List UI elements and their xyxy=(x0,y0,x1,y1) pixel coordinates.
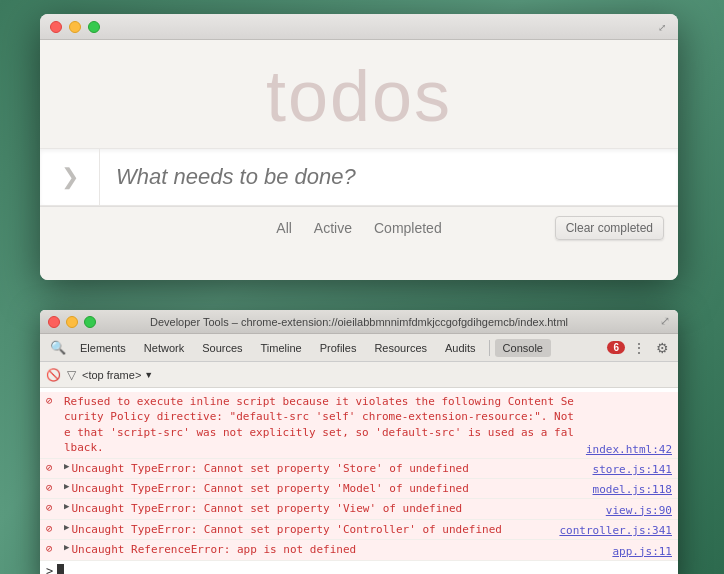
error-icon-4: ⊘ xyxy=(46,522,60,535)
chevron-icon: ❯ xyxy=(61,164,79,190)
console-output: ⊘ Refused to execute inline script becau… xyxy=(40,388,678,574)
more-icon[interactable]: ⋮ xyxy=(629,340,649,356)
console-entry-2: ⊘ ▶ Uncaught TypeError: Cannot set prope… xyxy=(40,479,678,499)
resize-icon[interactable]: ⤢ xyxy=(654,19,670,35)
console-cursor xyxy=(57,564,64,574)
console-entry-1: ⊘ ▶ Uncaught TypeError: Cannot set prope… xyxy=(40,459,678,479)
expand-arrow-5[interactable]: ▶ xyxy=(64,542,69,552)
todos-titlebar: ⤢ xyxy=(40,14,678,40)
devtools-titlebar: Developer Tools – chrome-extension://oie… xyxy=(40,310,678,334)
close-button[interactable] xyxy=(50,21,62,33)
devtools-tabs: 🔍 Elements Network Sources Timeline Prof… xyxy=(40,334,678,362)
todos-input-bar: ❯ xyxy=(40,148,678,206)
console-text-4: Uncaught TypeError: Cannot set property … xyxy=(71,522,551,537)
toolbar-right: 6 ⋮ ⚙ xyxy=(607,340,672,356)
error-count-badge: 6 xyxy=(607,341,625,354)
error-icon-2: ⊘ xyxy=(46,481,60,494)
toggle-all-icon[interactable]: ❯ xyxy=(40,149,100,205)
console-entry-5: ⊘ ▶ Uncaught ReferenceError: app is not … xyxy=(40,540,678,560)
error-icon-0: ⊘ xyxy=(46,394,60,407)
console-input-row: > xyxy=(40,561,678,574)
search-icon[interactable]: 🔍 xyxy=(46,340,70,355)
console-text-1: Uncaught TypeError: Cannot set property … xyxy=(71,461,584,476)
expand-arrow-3[interactable]: ▶ xyxy=(64,501,69,511)
devtools-minimize-button[interactable] xyxy=(66,316,78,328)
tab-network[interactable]: Network xyxy=(136,339,192,357)
devtools-window: Developer Tools – chrome-extension://oie… xyxy=(40,310,678,574)
frame-selector[interactable]: <top frame> ▼ xyxy=(82,369,153,381)
filter-completed[interactable]: Completed xyxy=(366,217,450,239)
tab-sources[interactable]: Sources xyxy=(194,339,250,357)
maximize-button[interactable] xyxy=(88,21,100,33)
console-text-3: Uncaught TypeError: Cannot set property … xyxy=(71,501,597,516)
console-source-1[interactable]: store.js:141 xyxy=(593,463,672,476)
todos-title: todos xyxy=(40,40,678,148)
tab-resources[interactable]: Resources xyxy=(366,339,435,357)
todos-window: ⤢ todos ❯ All Active Completed Clear com… xyxy=(40,14,678,280)
tab-timeline[interactable]: Timeline xyxy=(253,339,310,357)
expand-arrow-4[interactable]: ▶ xyxy=(64,522,69,532)
settings-icon[interactable]: ⚙ xyxy=(653,340,672,356)
filter-tabs: All Active Completed xyxy=(268,217,449,239)
console-text-2: Uncaught TypeError: Cannot set property … xyxy=(71,481,584,496)
clear-completed-button[interactable]: Clear completed xyxy=(555,216,664,240)
error-icon-1: ⊘ xyxy=(46,461,60,474)
tab-audits[interactable]: Audits xyxy=(437,339,484,357)
filter-icon[interactable]: ▽ xyxy=(67,368,76,382)
frame-chevron-icon: ▼ xyxy=(144,370,153,380)
frame-label: <top frame> xyxy=(82,369,141,381)
console-text-5: Uncaught ReferenceError: app is not defi… xyxy=(71,542,604,557)
expand-arrow-1[interactable]: ▶ xyxy=(64,461,69,471)
devtools-subtoolbar: 🚫 ▽ <top frame> ▼ xyxy=(40,362,678,388)
filter-active[interactable]: Active xyxy=(306,217,360,239)
devtools-title: Developer Tools – chrome-extension://oie… xyxy=(150,316,568,328)
new-todo-input[interactable] xyxy=(100,149,678,205)
tab-console[interactable]: Console xyxy=(495,339,551,357)
console-entry-4: ⊘ ▶ Uncaught TypeError: Cannot set prope… xyxy=(40,520,678,540)
console-prompt: > xyxy=(46,564,53,574)
clear-console-icon[interactable]: 🚫 xyxy=(46,368,61,382)
tab-elements[interactable]: Elements xyxy=(72,339,134,357)
console-entry-3: ⊘ ▶ Uncaught TypeError: Cannot set prope… xyxy=(40,499,678,519)
filter-all[interactable]: All xyxy=(268,217,300,239)
minimize-button[interactable] xyxy=(69,21,81,33)
console-source-2[interactable]: model.js:118 xyxy=(593,483,672,496)
devtools-resize-icon[interactable]: ⤢ xyxy=(660,314,670,328)
error-icon-3: ⊘ xyxy=(46,501,60,514)
expand-arrow-2[interactable]: ▶ xyxy=(64,481,69,491)
console-text-0: Refused to execute inline script because… xyxy=(64,394,578,456)
console-source-5[interactable]: app.js:11 xyxy=(612,545,672,558)
devtools-maximize-button[interactable] xyxy=(84,316,96,328)
console-source-4[interactable]: controller.js:341 xyxy=(559,524,672,537)
devtools-close-button[interactable] xyxy=(48,316,60,328)
console-source-3[interactable]: view.js:90 xyxy=(606,504,672,517)
todos-footer: All Active Completed Clear completed xyxy=(40,206,678,249)
todos-app: todos ❯ All Active Completed Clear compl… xyxy=(40,40,678,280)
console-entry-0: ⊘ Refused to execute inline script becau… xyxy=(40,392,678,459)
error-icon-5: ⊘ xyxy=(46,542,60,555)
tab-profiles[interactable]: Profiles xyxy=(312,339,365,357)
toolbar-divider xyxy=(489,340,490,356)
console-source-0[interactable]: index.html:42 xyxy=(586,443,672,456)
